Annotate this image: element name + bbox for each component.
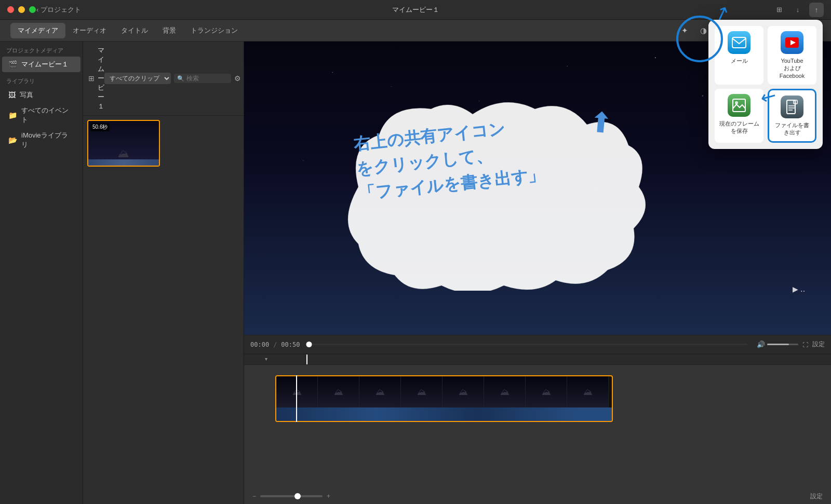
share-mail-label: メール <box>731 57 748 64</box>
toolbar-tabs: マイメディア オーディオ タイトル 背景 トランジション <box>0 23 677 38</box>
titlebar: ‹ プロジェクト マイムービー１ ⊞ ↓ ↑ <box>0 0 831 20</box>
close-button[interactable] <box>7 6 14 13</box>
magic-wand-icon[interactable]: ✦ <box>677 23 692 38</box>
media-grid: 50.6秒 ⛰ <box>83 116 244 171</box>
grid-view-button[interactable]: ⊞ <box>772 3 786 17</box>
media-header: ⊞ マイムービー１ すべてのクリップ 🔍 ⚙ <box>83 42 244 116</box>
chevron-left-icon: ‹ <box>36 6 38 13</box>
share-arrow-icon: ⬆ <box>588 105 614 140</box>
playhead[interactable] <box>296 375 297 422</box>
back-label: プロジェクト <box>41 5 81 15</box>
timecode-current: 00:00 <box>250 341 269 348</box>
timeline-content: ⛰ ⛰ ⛰ ⛰ ⛰ ⛰ ⛰ ⛰ <box>244 365 831 488</box>
sidebar-item-all-events-label: すべてのイベント <box>21 106 74 125</box>
clip-frame-5: ⛰ <box>443 376 484 407</box>
volume-icon: 🔊 <box>757 340 765 348</box>
toolbar: マイメディア オーディオ タイトル 背景 トランジション ✦ ◑ ❋ ⬜ 📷 🔊… <box>0 20 831 42</box>
svg-rect-0 <box>732 37 746 48</box>
timeline-clip[interactable]: ⛰ ⛰ ⛰ ⛰ ⛰ ⛰ ⛰ ⛰ <box>275 375 613 422</box>
main-layout: プロジェクトメディア 🎬 マイムービー１ ライブラリ 🖼 写真 📁 すべてのイベ… <box>0 42 831 504</box>
fullscreen-button[interactable] <box>29 6 36 13</box>
tab-transition[interactable]: トランジション <box>183 23 245 38</box>
clip-duration: 50.6秒 <box>90 123 110 131</box>
tab-audio[interactable]: オーディオ <box>65 23 114 38</box>
search-input[interactable] <box>186 75 228 82</box>
window-title: マイムービー１ <box>392 5 439 15</box>
zoom-slider[interactable] <box>260 495 323 497</box>
library-section-label: ライブラリ <box>0 72 83 87</box>
frame-icon <box>728 94 750 117</box>
sidebar-item-my-movie[interactable]: 🎬 マイムービー１ <box>2 57 81 72</box>
clip-frame-4: ⛰ <box>401 376 443 407</box>
tab-background[interactable]: 背景 <box>155 23 183 38</box>
share-item-frame[interactable]: 現在のフレームを保存 <box>715 89 763 143</box>
sidebar-item-imovie-library-label: iMovieライブラリ <box>21 131 74 149</box>
sidebar-item-all-events[interactable]: 📁 すべてのイベント <box>2 103 81 128</box>
timeline-settings-label[interactable]: 設定 <box>810 492 823 501</box>
sidebar-item-photos-label: 写真 <box>20 90 33 100</box>
photo-icon: 🖼 <box>8 91 16 99</box>
play-cursor: ▶ ‥ <box>793 285 805 293</box>
zoom-out-icon[interactable]: − <box>252 493 256 500</box>
timeline-bottom: − + 設定 <box>244 488 831 504</box>
timeline-scrubber[interactable] <box>306 355 307 364</box>
timeline: ▾ ⛰ ⛰ ⛰ ⛰ ⛰ ⛰ ⛰ <box>244 353 831 504</box>
zoom-thumb[interactable] <box>294 493 301 499</box>
clip-filmstrip: ⛰ ⛰ ⛰ ⛰ ⛰ ⛰ ⛰ ⛰ <box>276 376 612 407</box>
tab-title[interactable]: タイトル <box>114 23 155 38</box>
timecode-separator: / <box>273 341 277 348</box>
sidebar-item-my-movie-label: マイムービー１ <box>21 60 69 69</box>
mail-icon <box>728 31 750 54</box>
sidebar-item-imovie-library[interactable]: 📂 iMovieライブラリ <box>2 128 81 153</box>
media-header-left: ⊞ マイムービー１ <box>88 46 104 111</box>
search-icon: 🔍 <box>177 75 184 82</box>
media-clip-thumbnail[interactable]: 50.6秒 ⛰ <box>87 120 160 167</box>
preview-controls: 00:00 / 00:50 🔊 ⛶ 設定 <box>244 335 831 353</box>
share-button[interactable]: ↑ <box>809 3 824 17</box>
sidebar: プロジェクトメディア 🎬 マイムービー１ ライブラリ 🖼 写真 📁 すべてのイベ… <box>0 42 83 504</box>
preview-controls-right: 🔊 ⛶ 設定 <box>757 340 825 349</box>
settings-label[interactable]: 設定 <box>812 340 825 349</box>
share-item-mail[interactable]: メール <box>715 26 763 85</box>
file-svg <box>786 100 798 114</box>
clip-frame-2: ⛰ <box>318 376 359 407</box>
share-item-file[interactable]: ファイルを書き出す <box>768 89 816 143</box>
progress-thumb[interactable] <box>306 342 312 347</box>
clip-frame-1: ⛰ <box>276 376 318 407</box>
video-annotation: 右上の共有アイコン をクリックして、 「ファイルを書き出す」 ⬆ <box>327 93 660 291</box>
clip-frame-7: ⛰ <box>526 376 567 407</box>
clip-frame-6: ⛰ <box>484 376 526 407</box>
waveform-bar <box>88 159 159 166</box>
progress-bar[interactable] <box>309 344 747 345</box>
volume-slider[interactable] <box>767 344 798 345</box>
sidebar-item-photos[interactable]: 🖼 写真 <box>2 87 81 103</box>
media-panel: ⊞ マイムービー１ すべてのクリップ 🔍 ⚙ 50.6秒 ⛰ <box>83 42 244 504</box>
clip-filter-select[interactable]: すべてのクリップ <box>104 73 171 84</box>
arrow-down-icon[interactable]: ↓ <box>790 3 805 17</box>
volume-control: 🔊 <box>757 340 798 348</box>
titlebar-icons: ⊞ ↓ <box>772 3 805 17</box>
folder-icon: 📁 <box>8 111 17 119</box>
share-icon: ↑ <box>815 6 819 14</box>
clip-waveform <box>276 407 612 422</box>
film-icon: 🎬 <box>8 60 17 69</box>
youtube-icon <box>781 31 803 54</box>
back-button[interactable]: ‹ プロジェクト <box>36 5 81 15</box>
share-file-label: ファイルを書き出す <box>773 121 811 137</box>
youtube-svg <box>785 37 799 48</box>
timeline-ruler: ▾ <box>244 355 831 365</box>
share-item-youtube[interactable]: YouTube およびFacebook <box>768 26 816 85</box>
clip-frame-3: ⛰ <box>359 376 401 407</box>
minimize-button[interactable] <box>18 6 25 13</box>
media-controls: すべてのクリップ 🔍 ⚙ <box>104 73 241 84</box>
grid-toggle-icon[interactable]: ⊞ <box>88 74 95 83</box>
tab-my-media[interactable]: マイメディア <box>10 23 65 38</box>
share-frame-label: 現在のフレームを保存 <box>719 120 759 135</box>
frame-svg <box>732 98 746 113</box>
search-box: 🔍 <box>174 74 231 83</box>
zoom-in-icon[interactable]: + <box>327 493 330 500</box>
fullscreen-icon[interactable]: ⛶ <box>802 342 808 348</box>
svg-rect-3 <box>733 99 745 112</box>
traffic-lights <box>7 6 36 13</box>
settings-icon[interactable]: ⚙ <box>234 74 241 83</box>
